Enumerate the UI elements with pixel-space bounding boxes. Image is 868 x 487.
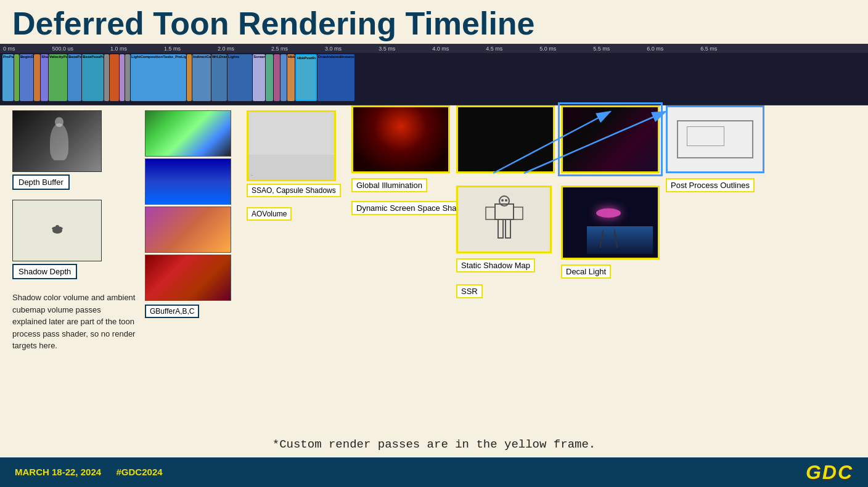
gi-thumbnail [351, 105, 450, 173]
gbuffer-img-2 [145, 158, 231, 205]
tblock-gap2 [125, 54, 130, 101]
header: Deferred Toon Rendering Timeline [0, 0, 868, 44]
tblock-drawblu: WrLDrawRoBlu [211, 54, 227, 101]
static-shadow-thumbnail [456, 186, 552, 253]
svg-rect-6 [506, 219, 510, 238]
event-dates: MARCH 18-22, 2024 [15, 467, 101, 477]
footer: MARCH 18-22, 2024 #GDC2024 GDC [0, 457, 868, 487]
tblock-lightcomp: LightCompositionTasks_PreLighting [131, 54, 186, 101]
depth-buffer-label: Depth Buffer [12, 174, 70, 190]
shadow-depth-label: Shadow Depth [12, 264, 77, 279]
timeline-ruler: 0 ms 500.0 us 1.0 ms 1.5 ms 2.0 ms 2.5 m… [0, 44, 868, 53]
custom-render-note: *Custom render passes are in the yellow … [0, 438, 868, 451]
tblock-indirect: IndirectCa [192, 54, 211, 101]
svg-rect-8 [514, 207, 523, 219]
tblock-basepassparallel: BasePassParallel [82, 54, 104, 101]
timeline-blocks: PrePass BeginOcc Shado VelocityPara Base… [0, 53, 868, 102]
svg-rect-7 [486, 207, 495, 219]
gdc-logo: GDC [806, 461, 853, 484]
tblock-dispatch [110, 54, 119, 101]
tblock-hbkrefl [266, 54, 273, 101]
shadow-figure-icon [42, 218, 73, 243]
render-3-thumbnail [561, 105, 660, 173]
tblock-hbkpost: HbkPostOut [287, 54, 295, 101]
tblock-shadow: Shado [41, 54, 48, 101]
render-2-thumbnail [456, 105, 555, 173]
footer-left: MARCH 18-22, 2024 #GDC2024 [15, 467, 163, 478]
aovolume-label: AOVolume [247, 207, 292, 221]
post-process-label: Post Process Outlines [666, 178, 755, 192]
render-passes-area: Global Illumination Post Process Outline… [351, 105, 868, 426]
ssr-label: SSR [456, 284, 483, 298]
ssao-thumbnail: - [247, 110, 336, 181]
gi-label: Global Illumination [351, 178, 427, 192]
page-title: Deferred Toon Rendering Timeline [12, 6, 856, 41]
decal-light-label: Decal Light [561, 264, 611, 279]
shadow-map-figure-icon [467, 192, 541, 247]
tblock-velocity: VelocityPara [49, 54, 67, 101]
tblock-prepass: PrePass [2, 54, 14, 101]
gbuffer-img-1 [145, 110, 231, 157]
svg-rect-5 [498, 219, 503, 238]
depth-buffer-group: Depth Buffer [12, 110, 136, 190]
gbuffer-column: GBufferA,B,C [145, 110, 237, 318]
ssao-label: SSAO, Capsule Shadows [247, 184, 341, 197]
main-content: Depth Buffer Shadow Depth Shadow color v… [0, 105, 868, 457]
tblock-hzenoba [120, 54, 125, 101]
shadow-depth-group: Shadow Depth [12, 200, 136, 279]
tblock-lights: Lights [227, 54, 252, 101]
tblock-drawindexed: DrawIndexedInstanced [317, 54, 354, 101]
svg-point-11 [505, 199, 507, 202]
gbuffer-img-3 [145, 207, 231, 253]
tblock-screenspace: ScreenSpa [253, 54, 265, 101]
tblock-ddl [14, 54, 19, 101]
static-shadow-label: Static Shadow Map [456, 258, 535, 272]
tblock-hbkstat [274, 54, 280, 101]
post-process-thumbnail [666, 105, 764, 173]
decal-light-thumbnail [561, 186, 660, 260]
description-text: Shadow color volume and ambient cubemap … [12, 292, 136, 352]
aovolume-group: AOVolume [247, 207, 345, 221]
gbuffer-label: GBufferA,B,C [145, 305, 199, 318]
tblock-beginocc: BeginOcc [20, 54, 33, 101]
tblock-basepass: BasePass [68, 54, 81, 101]
timeline-bar: 0 ms 500.0 us 1.0 ms 1.5 ms 2.0 ms 2.5 m… [0, 44, 868, 105]
left-panel: Depth Buffer Shadow Depth Shadow color v… [12, 110, 136, 352]
depth-buffer-thumbnail [12, 110, 102, 172]
svg-point-10 [501, 199, 504, 202]
shadow-depth-thumbnail [12, 200, 102, 261]
gbuffer-img-4 [145, 255, 231, 301]
ao-column: - SSAO, Capsule Shadows AOVolume [247, 110, 345, 221]
tblock-gap1 [104, 54, 109, 101]
tblock-build [34, 54, 40, 101]
hashtag: #GDC2024 [117, 467, 163, 477]
svg-point-3 [55, 225, 59, 229]
tblock-tiled [187, 54, 192, 101]
tblock-hbkpostrender: HbkPostRender [295, 54, 317, 101]
tblock-hbkads [280, 54, 287, 101]
